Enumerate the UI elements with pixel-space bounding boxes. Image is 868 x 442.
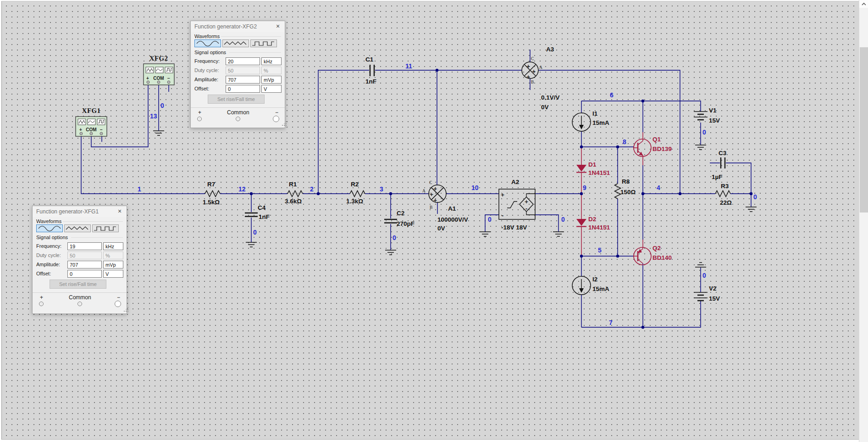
r7-value: 1.5kΩ	[203, 199, 220, 206]
offset-input[interactable]	[67, 270, 102, 278]
instrument-xfg1[interactable]: + COM − XFG1	[76, 107, 107, 136]
diode-d2[interactable]	[576, 195, 586, 255]
sine-wave-button[interactable]	[194, 39, 221, 47]
battery-v1[interactable]	[694, 112, 708, 120]
vertical-scrollbar[interactable]	[859, 0, 868, 442]
common-terminal-radio[interactable]	[77, 302, 82, 306]
signal-options-group-label: Signal options	[194, 50, 226, 55]
resistor-r7[interactable]	[205, 191, 220, 197]
a3-plus-mark: +	[526, 74, 530, 80]
sine-wave-button[interactable]	[36, 224, 63, 232]
ground-icon	[553, 232, 564, 236]
plus-terminal-radio[interactable]	[197, 117, 202, 121]
xfg2-minus-terminal-label: −	[167, 76, 170, 81]
q1-value: BD139	[652, 145, 672, 152]
ground-icon	[746, 207, 757, 212]
minus-terminal-radio[interactable]	[115, 301, 121, 307]
resize-grip-icon[interactable]	[124, 311, 125, 312]
v1-value: 15V	[709, 117, 720, 124]
current-source-i1[interactable]	[572, 113, 591, 131]
square-wave-button[interactable]	[92, 224, 119, 232]
xfg2-dialog-titlebar[interactable]: Function generator-XFG2 ×	[191, 21, 285, 32]
scrollbar-thumb[interactable]	[860, 47, 868, 213]
a1-terminal-c: C	[429, 180, 432, 185]
capacitor-c1[interactable]	[370, 65, 374, 76]
set-rise-fall-time-button[interactable]: Set rise/Fall time	[50, 280, 106, 289]
frequency-input[interactable]	[226, 57, 260, 65]
amplitude-input[interactable]	[226, 76, 260, 84]
frequency-label: Frequency:	[36, 243, 61, 249]
signal-options-group-label: Signal options	[36, 235, 68, 240]
offset-input[interactable]	[226, 85, 260, 93]
battery-v2[interactable]	[694, 292, 708, 301]
frequency-unit-input[interactable]	[103, 242, 123, 250]
wire-group[interactable]	[81, 50, 751, 327]
capacitor-c4[interactable]	[245, 213, 258, 217]
capacitor-c3[interactable]	[721, 157, 725, 168]
xfg1-plus-terminal-label: +	[79, 127, 82, 132]
net-label-8: 8	[623, 138, 626, 145]
a3-plus-mark: +	[531, 68, 536, 74]
triangle-wave-button[interactable]	[64, 224, 91, 232]
net-label-10: 10	[471, 184, 479, 191]
minus-terminal-radio[interactable]	[273, 116, 279, 122]
i2-ref: I2	[592, 276, 597, 283]
frequency-label: Frequency:	[194, 58, 220, 64]
amplitude-unit-input[interactable]	[103, 261, 123, 269]
a3-terminal-a: A	[539, 65, 542, 70]
transistor-q2[interactable]	[633, 240, 651, 265]
resistor-r3[interactable]	[715, 191, 730, 197]
triangle-wave-button[interactable]	[222, 39, 249, 47]
resistor-r2[interactable]	[350, 191, 365, 197]
v2-ref: V2	[709, 285, 717, 292]
close-icon[interactable]: ×	[274, 21, 282, 32]
net-label-6: 6	[610, 91, 614, 99]
multisim-window: + COM − XFG1 + COM − XFG2 1 12 2 3	[0, 0, 868, 442]
i1-value: 15mA	[592, 119, 609, 126]
net-label-0: 0	[160, 102, 164, 109]
r2-value: 1.3kΩ	[346, 198, 363, 205]
frequency-input[interactable]	[67, 242, 102, 250]
a3-ref: A3	[546, 46, 554, 53]
net-label-2: 2	[310, 185, 314, 193]
r7-ref: R7	[207, 181, 215, 188]
square-wave-button[interactable]	[250, 39, 277, 47]
set-rise-fall-time-button[interactable]: Set rise/Fall time	[208, 95, 265, 104]
c1-value: 1nF	[365, 78, 376, 85]
net-label-0: 0	[488, 216, 492, 223]
c4-value: 1nF	[259, 213, 270, 220]
resize-grip-icon[interactable]	[282, 125, 283, 126]
xfg1-ref-label: XFG1	[82, 107, 100, 114]
xfg1-dialog-titlebar[interactable]: Function generator-XFG1 ×	[33, 206, 127, 217]
close-icon[interactable]: ×	[116, 206, 123, 217]
amplitude-label: Amplitude:	[194, 77, 218, 82]
c2-value: 270pF	[397, 220, 415, 227]
frequency-unit-input[interactable]	[261, 57, 282, 65]
current-source-i2[interactable]	[572, 276, 591, 295]
resistor-r8[interactable]	[615, 184, 621, 199]
i1-ref: I1	[592, 110, 598, 117]
resistor-r1[interactable]	[287, 191, 303, 197]
a3-terminal-b: B	[531, 80, 534, 84]
schematic-layer: + COM − XFG1 + COM − XFG2 1 12 2 3	[0, 0, 868, 442]
amplitude-unit-input[interactable]	[261, 76, 282, 84]
i2-value: 15mA	[592, 285, 609, 292]
amplitude-input[interactable]	[67, 261, 102, 269]
c1-ref: C1	[365, 56, 374, 63]
instrument-xfg2[interactable]: + COM − XFG2	[144, 55, 174, 85]
net-label-3: 3	[380, 185, 383, 193]
transistor-q1[interactable]	[633, 132, 651, 165]
scroll-up-button[interactable]	[859, 0, 868, 8]
capacitor-c2[interactable]	[384, 219, 397, 223]
offset-unit-input[interactable]	[103, 270, 123, 278]
minus-terminal-label: −	[275, 109, 278, 116]
a2-source-plus-mark: +	[524, 199, 528, 205]
common-terminal-radio[interactable]	[236, 117, 240, 121]
net-label-13: 13	[150, 112, 157, 120]
plus-terminal-radio[interactable]	[39, 302, 44, 306]
a2-source-minus-mark: -	[525, 206, 528, 212]
ground-icon	[153, 131, 164, 135]
offset-unit-input[interactable]	[261, 85, 282, 93]
a3-value2: 0V	[541, 104, 549, 111]
a1-terminal-b: B	[430, 205, 432, 210]
